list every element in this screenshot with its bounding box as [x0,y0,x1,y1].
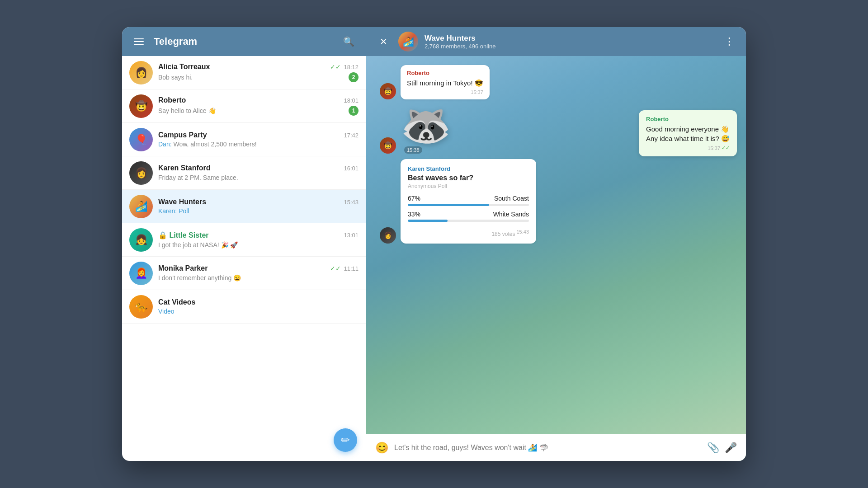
badge-alicia: 2 [349,72,359,82]
msg-avatar-roberto: 🤠 [380,83,396,99]
msg-bubble-roberto: Roberto Still morning in Tokyo! 😎 15:37 [401,65,490,99]
item-preview-littlesister: I got the job at NASA! 🎉 🚀 [158,241,238,249]
chat-name: Wave Hunters [425,34,715,43]
msg-avatar-sticker: 🤠 [380,137,396,154]
poll-option-2-pct: 33% [408,211,420,218]
app-window: Telegram 🔍 ✕ 🏄 Wave Hunters 2,768 member… [122,27,746,461]
msg-sender-roberto: Roberto [407,70,483,76]
item-preview-wavehunters: Karen: Poll [158,207,312,215]
item-time-monika: 11:11 [344,265,359,272]
sidebar-wrapper: 👩 Alicia Torreaux ✓✓ 18:12 Bob says hi. … [122,56,366,461]
emoji-button[interactable]: 😊 [375,441,389,454]
outgoing-sender: Roberto [646,116,730,122]
item-preview-catvideos: Video [158,308,312,315]
outgoing-time: 15:37 ✓✓ [646,145,730,151]
item-time-campus: 17:42 [344,132,359,139]
sidebar-item-catvideos[interactable]: 🐆 Cat Videos Video [122,290,366,324]
app-title: Telegram [154,36,333,47]
item-top-roberto: Roberto 18:01 [158,96,359,104]
outgoing-bubble-container: Roberto Good morning everyone 👋Any idea … [639,110,737,156]
poll-type: Anonymous Poll [408,183,529,189]
item-name-karen: Karen Stanford [158,164,211,172]
item-time-alicia: 18:12 [344,64,359,70]
avatar-monika: 👩‍🦰 [129,262,153,285]
chat-meta: 2,768 members, 496 online [425,43,715,50]
header: Telegram 🔍 ✕ 🏄 Wave Hunters 2,768 member… [122,27,746,56]
chat-header: ✕ 🏄 Wave Hunters 2,768 members, 496 onli… [366,32,746,52]
poll-bubble: Karen Stanford Best waves so far? Anonym… [401,159,536,244]
sidebar-item-littlesister[interactable]: 👧 🔒 Little Sister 13:01 I got the job at… [122,223,366,257]
poll-option-1-pct: 67% [408,195,420,202]
badge-roberto: 1 [349,106,359,116]
msg-time-roberto: 15:37 [407,89,483,95]
item-name-campus: Campus Party [158,131,207,139]
item-top-alicia: Alicia Torreaux ✓✓ 18:12 [158,63,359,71]
more-button[interactable]: ⋮ [722,33,737,50]
outgoing-check-icon: ✓✓ [722,145,730,151]
poll-time: 185 votes 15:43 [408,226,529,237]
message-row-roberto: 🤠 Roberto Still morning in Tokyo! 😎 15:3… [380,65,732,99]
search-button[interactable]: 🔍 [340,33,357,50]
item-preview-campus: Dan: Wow, almost 2,500 members! [158,141,312,148]
item-top-monika: Monika Parker ✓✓ 11:11 [158,264,359,272]
attach-button[interactable]: 📎 [707,442,719,454]
chat-input-area: 😊 📎 🎤 [366,434,746,461]
item-time-karen: 16:01 [344,165,359,172]
item-name-alicia: Alicia Torreaux [158,63,210,71]
sidebar-item-wavehunters[interactable]: 🏄 Wave Hunters 15:43 Karen: Poll [122,190,366,223]
item-body-roberto: Roberto 18:01 Say hello to Alice 👋 1 [158,96,359,116]
item-body-campus: Campus Party 17:42 Dan: Wow, almost 2,50… [158,131,359,148]
poll-votes: 185 votes [491,231,515,237]
item-top-littlesister: 🔒 Little Sister 13:01 [158,231,359,239]
outgoing-text: Good morning everyone 👋Any idea what tim… [646,124,730,143]
sidebar-item-alicia[interactable]: 👩 Alicia Torreaux ✓✓ 18:12 Bob says hi. … [122,56,366,89]
close-button[interactable]: ✕ [375,33,392,50]
poll-option-2[interactable]: 33% White Sands [408,211,529,222]
hamburger-icon [134,38,144,45]
compose-button[interactable]: ✏ [334,428,357,452]
item-name-catvideos: Cat Videos [158,298,195,306]
sidebar-item-roberto[interactable]: 🤠 Roberto 18:01 Say hello to Alice 👋 1 [122,89,366,123]
item-body-monika: Monika Parker ✓✓ 11:11 I don't remember … [158,264,359,282]
msg-text-roberto: Still morning in Tokyo! 😎 [407,78,483,88]
msg-avatar-karen: 👩 [380,227,396,244]
check-icon-monika: ✓✓ [330,265,341,272]
item-preview-karen: Friday at 2 PM. Same place. [158,174,238,181]
sidebar-item-karen[interactable]: 👩 Karen Stanford 16:01 Friday at 2 PM. S… [122,156,366,190]
item-preview-monika: I don't remember anything 😄 [158,274,241,282]
avatar-karen: 👩 [129,161,153,185]
sidebar-item-campus[interactable]: 🎈 Campus Party 17:42 Dan: Wow, almost 2,… [122,123,366,156]
chat-area: 🤠 Roberto Still morning in Tokyo! 😎 15:3… [366,56,746,461]
item-body-alicia: Alicia Torreaux ✓✓ 18:12 Bob says hi. 2 [158,63,359,82]
poll-bar-1 [408,204,489,206]
outgoing-message-bubble: Roberto Good morning everyone 👋Any idea … [639,110,737,156]
sidebar-header: Telegram 🔍 [122,27,366,56]
check-icon-alicia: ✓✓ [330,63,341,70]
item-preview-alicia: Bob says hi. [158,74,193,81]
item-body-littlesister: 🔒 Little Sister 13:01 I got the job at N… [158,231,359,249]
item-name-wavehunters: Wave Hunters [158,198,206,206]
poll-option-1[interactable]: 67% South Coast [408,195,529,206]
item-name-monika: Monika Parker [158,264,208,272]
poll-title: Best waves so far? [408,174,529,182]
poll-sender: Karen Stanford [408,165,529,172]
chat-input[interactable] [394,444,702,452]
message-row-poll: 👩 Karen Stanford Best waves so far? Anon… [380,159,732,244]
item-top-wavehunters: Wave Hunters 15:43 [158,198,359,206]
avatar-catvideos: 🐆 [129,295,153,319]
sidebar-item-monika[interactable]: 👩‍🦰 Monika Parker ✓✓ 11:11 I don't remem… [122,257,366,290]
avatar-wavehunters: 🏄 [129,195,153,218]
sidebar: 👩 Alicia Torreaux ✓✓ 18:12 Bob says hi. … [122,56,366,324]
chat-header-avatar: 🏄 [398,32,418,52]
hamburger-button[interactable] [131,36,146,47]
avatar-alicia: 👩 [129,61,153,84]
item-time-littlesister: 13:01 [344,232,359,239]
item-time-roberto: 18:01 [344,97,359,104]
chat-info: Wave Hunters 2,768 members, 496 online [425,34,715,50]
item-name-roberto: Roberto [158,96,186,104]
poll-option-1-label: South Coast [494,195,529,202]
mic-button[interactable]: 🎤 [725,442,737,454]
avatar-campus: 🎈 [129,128,153,151]
item-top-campus: Campus Party 17:42 [158,131,359,139]
sticker-image: 🦝 [401,105,451,145]
